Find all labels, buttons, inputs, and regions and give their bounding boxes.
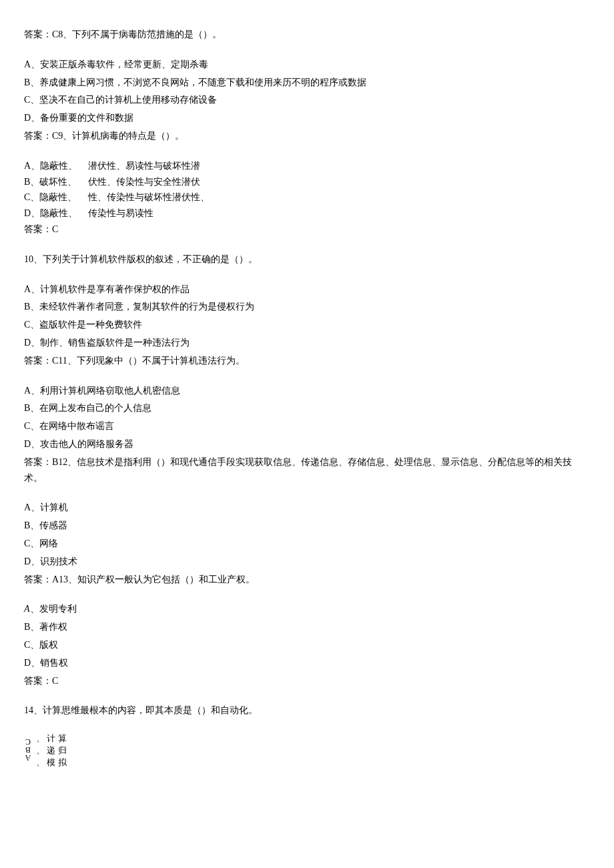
- q9-c-left: C、隐蔽性、: [24, 189, 88, 205]
- q10-option-d: D、制作、销售盗版软件是一种违法行为: [24, 335, 590, 351]
- q9-a-right: 潜伏性、易读性与破坏性潜: [88, 158, 590, 174]
- q14-stem: 14、计算思维最根本的内容，即其本质是（）和自动化。: [24, 703, 590, 719]
- q13-option-c: C、版权: [24, 637, 590, 653]
- q11-option-b: B、在网上发布自己的个人信息: [24, 400, 590, 416]
- q8-option-d: D、备份重要的文件和数据: [24, 110, 590, 126]
- q9-b-left: B、破坏性、: [24, 174, 88, 190]
- q13-answer: 答案：C: [24, 673, 590, 689]
- q9-answer-line: 答案：C9、计算机病毒的特点是（）。: [24, 128, 590, 144]
- q11-answer-line: 答案：C11、下列现象中（）不属于计算机违法行为。: [24, 353, 590, 369]
- q8-option-b: B、养成健康上网习惯，不浏览不良网站，不随意下载和使用来历不明的程序或数据: [24, 75, 590, 91]
- q9-b-right: 伏性、传染性与安全性潜伏: [88, 174, 590, 190]
- q13-option-d: D、销售权: [24, 655, 590, 671]
- q11-option-d: D、攻击他人的网络服务器: [24, 436, 590, 452]
- q14-option-b: 、 递 归: [36, 745, 67, 757]
- q10-stem: 10、下列关于计算机软件版权的叙述，不正确的是（）。: [24, 252, 590, 268]
- q12-option-d: D、识别技术: [24, 554, 590, 570]
- q13-answer-line: 答案：A13、知识产权一般认为它包括（）和工业产权。: [24, 572, 590, 588]
- q9-c-right: 性、传染性与破坏性潜伏性、: [88, 189, 590, 205]
- q11-option-c: C、在网络中散布谣言: [24, 418, 590, 434]
- q9-d-left: D、隐蔽性、: [24, 205, 88, 222]
- q9-options: A、隐蔽性、 B、破坏性、 C、隐蔽性、 D、隐蔽性、 潜伏性、易读性与破坏性潜…: [24, 158, 590, 222]
- q11-option-a: A、利用计算机网络窃取他人机密信息: [24, 383, 590, 399]
- q9-a-left: A、隐蔽性、: [24, 158, 88, 174]
- q8-answer-line: 答案：C8、下列不属于病毒防范措施的是（）。: [24, 27, 590, 43]
- q13-option-a: A、发明专利: [24, 601, 590, 617]
- q9-d-right: 传染性与易读性: [88, 205, 590, 222]
- q10-option-c: C、盗版软件是一种免费软件: [24, 317, 590, 333]
- q8-option-c: C、坚决不在自己的计算机上使用移动存储设备: [24, 92, 590, 108]
- q8-option-a: A、安装正版杀毒软件，经常更新、定期杀毒: [24, 57, 590, 73]
- q14-options: ABC 、 计 算 、 递 归 、 模 拟: [24, 733, 590, 769]
- q12-option-b: B、传感器: [24, 518, 590, 534]
- q12-option-a: A、计算机: [24, 500, 590, 516]
- q10-option-a: A、计算机软件是享有著作保护权的作品: [24, 282, 590, 298]
- q14-option-c: 、 模 拟: [36, 757, 67, 769]
- q12-option-c: C、网络: [24, 536, 590, 552]
- q13-option-b: B、著作权: [24, 619, 590, 635]
- q9-answer: 答案：C: [24, 222, 590, 238]
- q14-option-a: 、 计 算: [36, 733, 67, 745]
- q14-label-column: ABC: [24, 739, 32, 763]
- q10-option-b: B、未经软件著作者同意，复制其软件的行为是侵权行为: [24, 299, 590, 315]
- q12-answer-line: 答案：B12、信息技术是指利用（）和现代通信手段实现获取信息、传递信息、存储信息…: [24, 454, 590, 486]
